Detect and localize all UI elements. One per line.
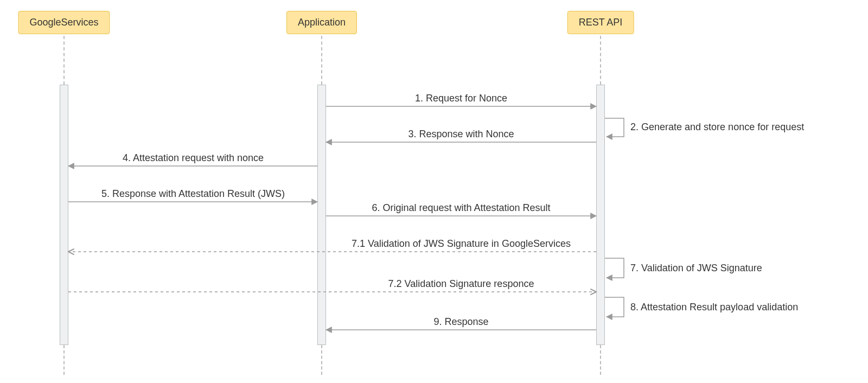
msg-6: 6. Original request with Attestation Res… [372, 202, 550, 214]
participant-google: GoogleServices [18, 11, 110, 34]
lifeline-rest-api [600, 36, 601, 85]
msg-5: 5. Response with Attestation Result (JWS… [101, 188, 285, 200]
participant-label: GoogleServices [29, 17, 98, 28]
msg-8: 8. Attestation Result payload validation [630, 302, 798, 313]
lifeline-application [321, 36, 322, 85]
lifeline-rest-api [600, 345, 601, 375]
msg-9: 9. Response [433, 316, 488, 328]
msg-71: 7.1 Validation of JWS Signature in Googl… [352, 238, 571, 250]
activation-application [317, 85, 326, 345]
msg-7: 7. Validation of JWS Signature [630, 263, 762, 274]
participant-rest-api: REST API [567, 11, 634, 34]
activation-google [60, 85, 68, 345]
lifeline-application [321, 345, 322, 375]
activation-rest-api [596, 85, 605, 345]
msg-4: 4. Attestation request with nonce [123, 152, 264, 164]
participant-label: REST API [579, 17, 623, 28]
lifeline-google [63, 36, 65, 85]
msg-72: 7.2 Validation Signature responce [388, 278, 534, 290]
participant-application: Application [286, 11, 357, 34]
participant-label: Application [298, 17, 346, 28]
lifeline-google [63, 345, 65, 375]
msg-2: 2. Generate and store nonce for request [630, 122, 804, 133]
msg-1: 1. Request for Nonce [415, 93, 507, 104]
msg-3: 3. Response with Nonce [408, 129, 514, 140]
